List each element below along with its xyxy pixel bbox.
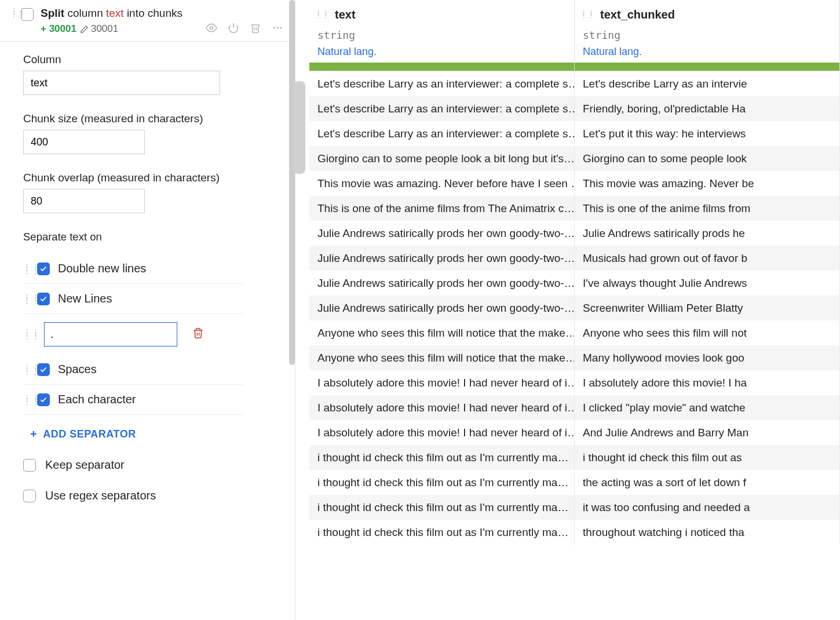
column-input[interactable] xyxy=(23,71,220,95)
cell-text-chunked: I absolutely adore this movie! I ha xyxy=(575,370,840,395)
cell-text: I absolutely adore this movie! I had nev… xyxy=(309,370,575,395)
table-row[interactable]: I absolutely adore this movie! I had nev… xyxy=(309,370,840,395)
eye-icon[interactable] xyxy=(206,22,217,37)
svg-point-4 xyxy=(280,27,282,28)
table-row[interactable]: Julie Andrews satirically prods her own … xyxy=(309,221,840,246)
more-icon[interactable] xyxy=(272,22,283,37)
separator-label: Double new lines xyxy=(58,262,146,275)
drag-handle-icon[interactable]: ⋮⋮⋮⋮ xyxy=(23,366,29,373)
use-regex-label: Use regex separators xyxy=(45,489,156,502)
drag-handle-icon[interactable]: ⋮⋮⋮⋮ xyxy=(23,296,29,302)
sidebar-scrollbar[interactable] xyxy=(289,0,295,365)
cell-text-chunked: I've always thought Julie Andrews xyxy=(575,271,840,296)
cell-text: Anyone who sees this film will notice th… xyxy=(309,345,575,370)
table-row[interactable]: Anyone who sees this film will notice th… xyxy=(309,345,840,370)
separator-row: ⋮⋮⋮⋮ Spaces xyxy=(23,355,243,385)
table-header: ⋮⋮⋮⋮text string Natural lang. ⋮⋮⋮⋮text_c… xyxy=(309,0,840,71)
column-type: string xyxy=(575,29,839,43)
cell-text: Julie Andrews satirically prods her own … xyxy=(309,296,575,320)
chunk-size-input[interactable] xyxy=(23,130,145,154)
table-row[interactable]: i thought id check this film out as I'm … xyxy=(309,495,840,520)
add-separator-button[interactable]: + ADD SEPARATOR xyxy=(30,428,272,441)
table-row[interactable]: Let's describe Larry as an interviewer: … xyxy=(309,71,840,96)
drag-handle-icon[interactable]: ⋮⋮⋮⋮ xyxy=(580,12,596,17)
separator-checkbox[interactable] xyxy=(37,293,50,305)
trash-icon[interactable] xyxy=(250,22,261,37)
cell-text: This is one of the anime films from The … xyxy=(309,196,575,221)
separator-row: ⋮⋮⋮⋮ Double new lines xyxy=(23,254,243,284)
table-row[interactable]: This movie was amazing. Never before hav… xyxy=(309,171,840,196)
keep-separator-checkbox[interactable] xyxy=(23,459,36,472)
resizer-handle-icon[interactable] xyxy=(294,81,305,174)
drag-handle-icon[interactable]: ⋮⋮⋮⋮ xyxy=(315,12,330,17)
table-row[interactable]: Julie Andrews satirically prods her own … xyxy=(309,296,840,320)
keep-separator-label: Keep separator xyxy=(45,458,125,472)
step-title: Split column text into chunks xyxy=(41,7,182,20)
separator-label: Each character xyxy=(58,393,136,406)
table-row[interactable]: Giorgino can to some people look a bit l… xyxy=(309,146,840,171)
cell-text-chunked: Giorgino can to some people look xyxy=(575,146,840,171)
column-health-bar xyxy=(309,63,574,71)
chunk-overlap-input[interactable] xyxy=(23,189,145,213)
table-row[interactable]: Julie Andrews satirically prods her own … xyxy=(309,246,840,271)
cell-text-chunked: Let's describe Larry as an intervie xyxy=(575,71,840,96)
plus-icon: + xyxy=(30,428,37,441)
svg-point-0 xyxy=(210,27,213,30)
data-preview: ⋮⋮⋮⋮text string Natural lang. ⋮⋮⋮⋮text_c… xyxy=(309,0,840,620)
separator-checkbox[interactable] xyxy=(37,363,50,376)
table-row[interactable]: Anyone who sees this film will notice th… xyxy=(309,320,840,345)
cell-text: i thought id check this film out as I'm … xyxy=(309,495,575,520)
cell-text-chunked: Musicals had grown out of favor b xyxy=(575,246,840,271)
table-row[interactable]: i thought id check this film out as I'm … xyxy=(309,470,840,495)
column-meaning-link[interactable]: Natural lang. xyxy=(309,43,574,63)
table-row[interactable]: Let's describe Larry as an interviewer: … xyxy=(309,121,840,146)
panel-resizer[interactable] xyxy=(295,0,309,620)
chunk-size-label: Chunk size (measured in characters) xyxy=(23,112,272,125)
config-sidebar: ⋮⋮⋮⋮ Split column text into chunks + 300… xyxy=(0,0,295,620)
column-meaning-link[interactable]: Natural lang. xyxy=(575,43,839,63)
separator-checkbox[interactable] xyxy=(37,393,50,406)
drag-handle-icon[interactable]: ⋮⋮⋮⋮ xyxy=(23,331,29,338)
column-health-bar xyxy=(575,63,839,71)
table-row[interactable]: I absolutely adore this movie! I had nev… xyxy=(309,420,840,445)
table-row[interactable]: This is one of the anime films from The … xyxy=(309,196,840,221)
delete-separator-button[interactable] xyxy=(192,327,204,342)
custom-separator-input[interactable] xyxy=(44,322,177,347)
power-icon[interactable] xyxy=(228,22,239,37)
cell-text-chunked: I clicked "play movie" and watche xyxy=(575,395,840,420)
separator-row: ⋮⋮⋮⋮ Each character xyxy=(23,385,243,415)
drag-handle-icon[interactable]: ⋮⋮⋮⋮ xyxy=(10,9,16,16)
cell-text: i thought id check this film out as I'm … xyxy=(309,470,575,495)
step-enable-checkbox[interactable] xyxy=(21,8,34,21)
svg-point-2 xyxy=(273,27,275,28)
rows-added-count: + 30001 xyxy=(41,23,76,35)
cell-text-chunked: Many hollywood movies look goo xyxy=(575,345,840,370)
cell-text-chunked: This is one of the anime films from xyxy=(575,196,840,221)
chunk-overlap-label: Chunk overlap (measured in characters) xyxy=(23,172,272,184)
use-regex-checkbox[interactable] xyxy=(23,490,36,502)
table-row[interactable]: i thought id check this film out as I'm … xyxy=(309,520,840,545)
separator-checkbox[interactable] xyxy=(37,262,50,275)
cell-text: Let's describe Larry as an interviewer: … xyxy=(309,121,575,146)
cell-text: i thought id check this film out as I'm … xyxy=(309,445,575,470)
separate-label: Separate text on xyxy=(23,231,272,243)
cell-text: Julie Andrews satirically prods her own … xyxy=(309,246,575,271)
cell-text-chunked: it was too confusing and needed a xyxy=(575,495,840,520)
cell-text: Julie Andrews satirically prods her own … xyxy=(309,221,575,246)
cell-text: Anyone who sees this film will notice th… xyxy=(309,320,575,345)
cell-text-chunked: the acting was a sort of let down f xyxy=(575,470,840,495)
cell-text-chunked: Anyone who sees this film will not xyxy=(575,320,840,345)
drag-handle-icon[interactable]: ⋮⋮⋮⋮ xyxy=(23,265,29,272)
drag-handle-icon[interactable]: ⋮⋮⋮⋮ xyxy=(23,396,29,403)
column-header[interactable]: ⋮⋮⋮⋮text string Natural lang. xyxy=(309,0,575,71)
separator-label: Spaces xyxy=(58,363,97,376)
cell-text: This movie was amazing. Never before hav… xyxy=(309,171,575,196)
table-row[interactable]: Julie Andrews satirically prods her own … xyxy=(309,271,840,296)
table-row[interactable]: Let's describe Larry as an interviewer: … xyxy=(309,96,840,121)
table-row[interactable]: i thought id check this film out as I'm … xyxy=(309,445,840,470)
table-row[interactable]: I absolutely adore this movie! I had nev… xyxy=(309,395,840,420)
cell-text-chunked: Let's put it this way: he interviews xyxy=(575,121,840,146)
column-header[interactable]: ⋮⋮⋮⋮text_chunked string Natural lang. xyxy=(575,0,840,71)
rows-edited-count: 30001 xyxy=(80,23,118,35)
separator-custom-row: ⋮⋮⋮⋮ xyxy=(23,314,272,355)
